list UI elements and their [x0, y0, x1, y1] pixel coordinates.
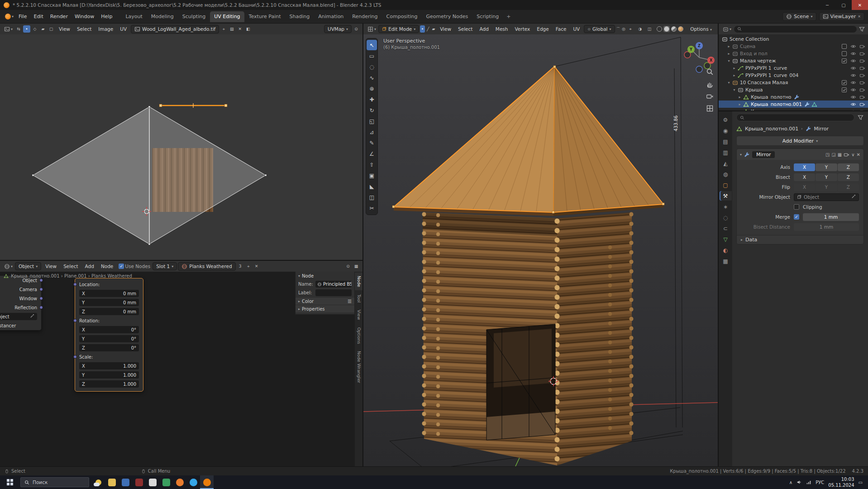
uv-island-select-button[interactable]: ▢ [48, 25, 55, 33]
mapping-location-field[interactable]: X0 mm [79, 290, 139, 297]
flip-toggle-button[interactable]: Y [816, 183, 837, 191]
bisect-toggle-button[interactable]: Y [816, 173, 837, 181]
transform-tool[interactable]: ⊿ [367, 127, 377, 137]
roof-left-face[interactable] [394, 67, 554, 212]
camera-icon[interactable] [859, 43, 865, 49]
extrude-tool[interactable]: ⇧ [367, 159, 377, 170]
pin-icon[interactable]: ⊙ [344, 263, 352, 270]
flip-toggle-button[interactable]: X [794, 183, 815, 191]
material-datablock-selector[interactable]: Planks Weathered [178, 262, 235, 271]
node-canvas[interactable]: Крыша_полотно.001 › Plane.001 › Planks W… [0, 272, 362, 466]
inset-faces-tool[interactable]: ▣ [367, 170, 377, 181]
filter-icon[interactable] [858, 25, 865, 33]
start-button[interactable] [2, 475, 18, 489]
material-preview-button[interactable] [671, 26, 677, 32]
pan-hand-icon[interactable] [706, 80, 714, 88]
physics-tab[interactable]: ◌ [720, 213, 732, 222]
menu-item[interactable]: Node [98, 262, 116, 270]
menu-item[interactable]: View [437, 25, 454, 33]
open-image-icon[interactable]: ▤ [228, 25, 235, 33]
cursor-tool[interactable]: ⊕ [367, 83, 377, 94]
menu-item[interactable]: Window [72, 12, 97, 21]
menu-item[interactable]: UV [570, 25, 583, 33]
gizmo-z-neg[interactable] [696, 66, 702, 72]
menu-item[interactable]: UV [117, 25, 130, 33]
workspace-tab[interactable]: UV Editing [210, 11, 244, 22]
axis-toggle-button[interactable]: Z [838, 163, 859, 171]
outliner-row-collection[interactable]: ▾ 10 Спасская Малая [719, 79, 868, 86]
constraints-tab[interactable]: ⊂ [720, 224, 732, 233]
taskbar-app-6[interactable] [173, 475, 186, 489]
close-button[interactable]: ✕ [852, 0, 868, 10]
view-tab[interactable]: View [355, 307, 362, 323]
camera-icon[interactable] [859, 101, 865, 107]
merge-checkbox[interactable]: ✓ [794, 214, 799, 220]
menu-item[interactable]: Image [95, 25, 116, 33]
scene-tab[interactable]: ◭ [720, 158, 732, 168]
outliner-search-input[interactable] [734, 25, 857, 33]
texture-coordinate-node[interactable]: Object Camera Window Reflection Object s… [0, 275, 42, 331]
node-wrangler-tab[interactable]: Node Wrangler [355, 348, 362, 386]
modifier-name-field[interactable]: Mirror [752, 151, 775, 158]
eye-icon[interactable] [850, 80, 856, 86]
maximize-button[interactable]: ▢ [835, 0, 852, 10]
display-channels-icon[interactable]: ◧ [244, 25, 252, 33]
tool-tab[interactable]: ⚙ [720, 115, 732, 125]
weather-widget-icon[interactable] [91, 475, 105, 489]
menu-item[interactable]: Select [60, 262, 81, 270]
volume-icon[interactable] [796, 479, 802, 485]
editor-type-icon[interactable]: ▾ [3, 26, 14, 32]
eye-icon[interactable] [850, 109, 856, 111]
taskbar-app-5[interactable] [159, 475, 173, 489]
annotate-tool[interactable]: ✎ [367, 138, 377, 148]
snap-node-icon[interactable]: ▦ [353, 263, 360, 270]
menu-item[interactable]: View [42, 262, 60, 270]
outliner-row-scene-collection[interactable]: Scene Collection [719, 35, 868, 43]
breadcrumb-object[interactable]: Крыша_полотно.001 [745, 126, 798, 132]
roof-right-face[interactable] [553, 67, 663, 212]
mode-selector[interactable]: Edit Mode▾ [378, 25, 419, 33]
workspace-tab[interactable]: Shading [286, 11, 314, 22]
network-icon[interactable] [806, 479, 811, 485]
zoom-icon[interactable] [706, 68, 714, 76]
axis-toggle-button[interactable]: X [794, 163, 815, 171]
color-section[interactable]: ▸Color☰ [296, 297, 354, 305]
taskbar-search-input[interactable]: Поиск [20, 477, 89, 487]
mapping-scale-field[interactable]: Y1.000 [79, 371, 139, 379]
rendered-shading-button[interactable] [678, 26, 683, 32]
transform-orientation-selector[interactable]: ⊙Global▾ [584, 25, 615, 33]
mapping-rotation-field[interactable]: X0° [79, 326, 139, 333]
loop-cut-tool[interactable]: ◫ [367, 192, 377, 202]
taskbar-app-4[interactable] [146, 475, 159, 489]
eye-icon[interactable] [850, 58, 856, 64]
solid-shading-button[interactable] [664, 26, 669, 32]
workspace-tab[interactable]: Geometry Nodes [422, 11, 472, 22]
options-tab[interactable]: Options [355, 324, 362, 347]
workspace-tab[interactable]: Compositing [382, 11, 422, 22]
display-on-cage-icon[interactable]: ◳ [825, 152, 830, 157]
tray-chevron-icon[interactable]: ∧ [789, 480, 792, 485]
workspace-tab[interactable]: Animation [314, 11, 348, 22]
texture-tab[interactable]: ▦ [720, 256, 732, 266]
wireframe-shading-button[interactable] [657, 26, 662, 32]
workspace-tab[interactable]: Texture Paint [245, 11, 285, 22]
render-tab[interactable]: ◉ [720, 126, 732, 135]
add-modifier-button[interactable]: Add Modifier▾ [736, 136, 864, 146]
filter-icon[interactable] [857, 114, 864, 121]
language-indicator[interactable]: РУС [816, 480, 824, 485]
knife-tool[interactable]: ✂ [367, 203, 377, 213]
node-name-field[interactable]: Principled BSDF [315, 281, 352, 288]
outliner-row-collection[interactable]: ▾ Крыша [719, 86, 868, 93]
uv-canvas[interactable] [0, 34, 362, 260]
mapping-node[interactable]: Location: X0 mmY0 mmZ0 mm Rotation: X0°Y… [75, 278, 143, 392]
menu-item[interactable]: Render [47, 12, 71, 21]
world-tab[interactable]: ◍ [720, 169, 732, 179]
pin-icon[interactable]: ⊙ [353, 25, 360, 33]
properties-section[interactable]: ▸Properties [296, 305, 354, 312]
unlink-image-icon[interactable]: ✕ [236, 25, 243, 33]
outliner-row-active-object[interactable]: ▸ Крыша_полотно.001 [719, 101, 868, 108]
outliner-row-collection[interactable]: ▸ Вход и пол [719, 50, 868, 57]
use-nodes-checkbox[interactable]: ✓Use Nodes [117, 264, 152, 269]
mirror-object-field[interactable]: Object [794, 193, 859, 201]
tool-tab[interactable]: Tool [355, 291, 362, 306]
